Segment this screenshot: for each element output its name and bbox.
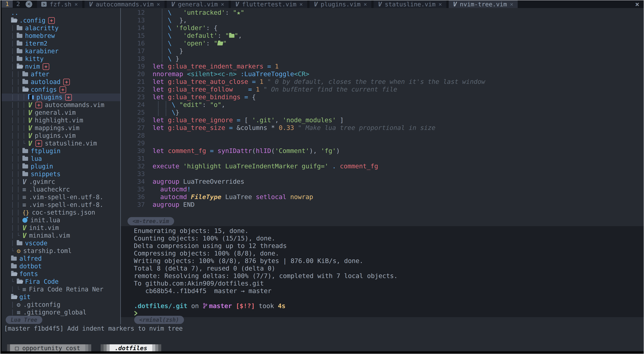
- tab-autocommands.vim[interactable]: Vautocommands.vim×: [84, 0, 164, 8]
- code-line-29[interactable]: 29: [121, 139, 644, 147]
- tree-item-autocommands.vim[interactable]: │││V+autocommands.vim: [2, 101, 120, 109]
- tree-item-fonts[interactable]: fonts: [2, 270, 120, 278]
- tree-item-label: starship.toml: [23, 247, 72, 255]
- code-line-34[interactable]: 34augroup LuaTreeOverrides: [121, 178, 644, 185]
- code-line-14[interactable]: 14 │ \ 'folder': {: [121, 24, 644, 32]
- tab-fzf.sh[interactable]: >fzf.sh×: [37, 0, 82, 8]
- code-line-19[interactable]: 19let g:lua_tree_indent_markers = 1: [121, 62, 644, 70]
- tree-item-snippets[interactable]: ││snippets: [2, 170, 120, 178]
- code-line-30[interactable]: 30let comment_fg = synIDattr(hlID('Comme…: [121, 147, 644, 155]
- code-line-23[interactable]: 23let g:lua_tree_bindings = {: [121, 93, 644, 101]
- tree-item-plugins.vim[interactable]: │││Vplugins.vim: [2, 132, 120, 140]
- tree-item-..[interactable]: ..: [2, 9, 120, 17]
- code-line-36[interactable]: 36 autocmd FileType LuaTree setlocal now…: [121, 193, 644, 201]
- code-line-35[interactable]: 35 autocmd!: [121, 185, 644, 193]
- tree-item-.luacheckrc[interactable]: ││≡.luacheckrc: [2, 186, 120, 193]
- tree-item-.vim-spell-en.utf-8.[interactable]: ││≡.vim-spell-en.utf-8.: [2, 193, 120, 201]
- code-line-31[interactable]: 31: [121, 155, 644, 162]
- tree-item-alacritty[interactable]: │alacritty: [2, 24, 120, 32]
- tree-item-configs[interactable]: ││configs+: [2, 86, 120, 93]
- code-line-24[interactable]: 24 │ │ \ "edit": "o",: [121, 101, 644, 108]
- tree-item-.vim-spell-en.utf-8.[interactable]: ││≡.vim-spell-en.utf-8.: [2, 201, 120, 209]
- tree-item-.gitconfig[interactable]: │⚙.gitconfig: [2, 301, 120, 309]
- tab-close-icon[interactable]: ×: [221, 1, 224, 7]
- tree-item-ftplugin[interactable]: ││ftplugin: [2, 147, 120, 155]
- tree-item-iterm2[interactable]: │iterm2: [2, 40, 120, 47]
- folder-open-glyph: [217, 41, 223, 45]
- tree-item-lua[interactable]: ││lua: [2, 155, 120, 163]
- session-back-icon[interactable]: <: [26, 1, 32, 7]
- code-line-18[interactable]: 18 │ \ }: [121, 55, 644, 62]
- tmux-window-2[interactable]: .dotfiles: [100, 344, 161, 352]
- tree-item-dotbot[interactable]: dotbot: [2, 263, 120, 270]
- code-line-28[interactable]: 28: [121, 132, 644, 139]
- tree-item-init.lua[interactable]: ││init.lua: [2, 216, 120, 224]
- line-number: 15: [121, 32, 148, 39]
- tree-item-nvim[interactable]: │nvim+: [2, 63, 120, 70]
- tab-close-icon[interactable]: ×: [157, 1, 160, 7]
- tree-item-karabiner[interactable]: │karabiner: [2, 47, 120, 55]
- tab-nvim-tree.vim[interactable]: Vnvim-tree.vim×: [449, 0, 518, 8]
- tree-item-statusline.vim[interactable]: ││└V+statusline.vim: [2, 140, 120, 147]
- tree-item-Fira Code[interactable]: └Fira Code: [2, 278, 120, 286]
- tree-item-autoload[interactable]: ││autoload+: [2, 78, 120, 86]
- terminal-line-10: [134, 295, 644, 302]
- tmux-window-1[interactable]: □ opportunity_cost: [7, 344, 91, 352]
- tabpage-2[interactable]: 2: [13, 0, 24, 8]
- tree-item-.gvimrc[interactable]: ││V.gvimrc: [2, 178, 120, 186]
- code-line-15[interactable]: 15 │ \ 'default': "",: [121, 32, 644, 39]
- tree-item-starship.toml[interactable]: └⚙starship.toml: [2, 247, 120, 255]
- tree-item-highlight.vim[interactable]: │││Vhighlight.vim: [2, 117, 120, 124]
- tree-item-init.vim[interactable]: ││Vinit.vim: [2, 224, 120, 232]
- close-all-icon[interactable]: ×: [635, 0, 639, 8]
- tree-item-plugin[interactable]: ││plugin: [2, 163, 120, 170]
- tab-close-icon[interactable]: ×: [74, 1, 78, 7]
- line-number: 26: [121, 116, 148, 124]
- code-editor[interactable]: 12 │ \ 'untracked': "★"13 │ \ },14 │ \ '…: [121, 8, 644, 208]
- code-line-37[interactable]: 37augroup END: [121, 201, 644, 208]
- code-line-22[interactable]: 22let g:lua_tree_follow = 1 " On bufEnte…: [121, 85, 644, 93]
- folder-open-icon: [22, 88, 28, 92]
- code-line-26[interactable]: 26let g:lua_tree_ignore = [ '.git', 'nod…: [121, 116, 644, 124]
- tree-item-kitty[interactable]: │kitty: [2, 55, 120, 63]
- vim-file-icon: V: [28, 109, 32, 117]
- tree-item-.gitignore_global[interactable]: │≡.gitignore_global: [2, 309, 120, 316]
- code-line-16[interactable]: 16 │ \ 'open': "": [121, 39, 644, 47]
- code-line-20[interactable]: 20nnoremap <silent><c-n> :LuaTreeToggle<…: [121, 70, 644, 78]
- code-line-13[interactable]: 13 │ \ },: [121, 16, 644, 24]
- tree-item-after[interactable]: ││after: [2, 70, 120, 78]
- tree-indent-guides: │: [11, 24, 17, 32]
- tree-item-general.vim[interactable]: │││Vgeneral.vim: [2, 109, 120, 117]
- tab-close-icon[interactable]: ×: [510, 1, 513, 7]
- code-line-33[interactable]: 33: [121, 170, 644, 178]
- tree-indent-guides: │││: [11, 109, 28, 117]
- tree-item-.config[interactable]: .config+: [2, 17, 120, 24]
- tree-item-coc-settings.json[interactable]: ││{}coc-settings.json: [2, 209, 120, 216]
- terminal-pane[interactable]: Enumerating objects: 15, done.Counting o…: [121, 226, 644, 317]
- tree-item-alfred[interactable]: alfred: [2, 255, 120, 263]
- code-line-32[interactable]: 32execute 'highlight LuaTreeIndentMarker…: [121, 162, 644, 170]
- code-line-12[interactable]: 12 │ \ 'untracked': "★": [121, 9, 644, 16]
- tree-item-label: vscode: [25, 239, 48, 247]
- tree-item-plugins[interactable]: │││plugins+: [2, 93, 120, 101]
- tab-general.vim[interactable]: Vgeneral.vim×: [167, 0, 228, 8]
- tab-plugins.vim[interactable]: Vplugins.vim×: [310, 0, 371, 8]
- tab-close-icon[interactable]: ×: [300, 1, 303, 7]
- tab-close-icon[interactable]: ×: [438, 1, 442, 7]
- tree-item-git[interactable]: git: [2, 293, 120, 301]
- tree-item-mappings.vim[interactable]: │││Vmappings.vim: [2, 124, 120, 132]
- tree-item-Fira Code Retina Ner[interactable]: │└≡Fira Code Retina Ner: [2, 286, 120, 293]
- tabpage-1[interactable]: 1: [2, 0, 13, 8]
- tree-item-vscode[interactable]: │vscode: [2, 239, 120, 247]
- tab-close-icon[interactable]: ×: [364, 1, 367, 7]
- tree-item-minimal.vim[interactable]: │└Vminimal.vim: [2, 232, 120, 239]
- code-line-21[interactable]: 21let g:lua_tree_auto_close = 1 " 0 by d…: [121, 78, 644, 85]
- tab-statusline.vim[interactable]: Vstatusline.vim×: [374, 0, 446, 8]
- code-line-17[interactable]: 17 │ \ }: [121, 47, 644, 55]
- file-tree-pane[interactable]: ...config+│alacritty│homebrew│iterm2│kar…: [2, 8, 120, 324]
- code-line-27[interactable]: 27let g:lua_tree_size = &columns * 0.33 …: [121, 124, 644, 132]
- tab-fluttertest.vim[interactable]: Vfluttertest.vim×: [231, 0, 307, 8]
- code-line-25[interactable]: 25 │ │ \}: [121, 108, 644, 116]
- tree-item-homebrew[interactable]: │homebrew: [2, 32, 120, 40]
- tab-label: general.vim: [178, 1, 218, 8]
